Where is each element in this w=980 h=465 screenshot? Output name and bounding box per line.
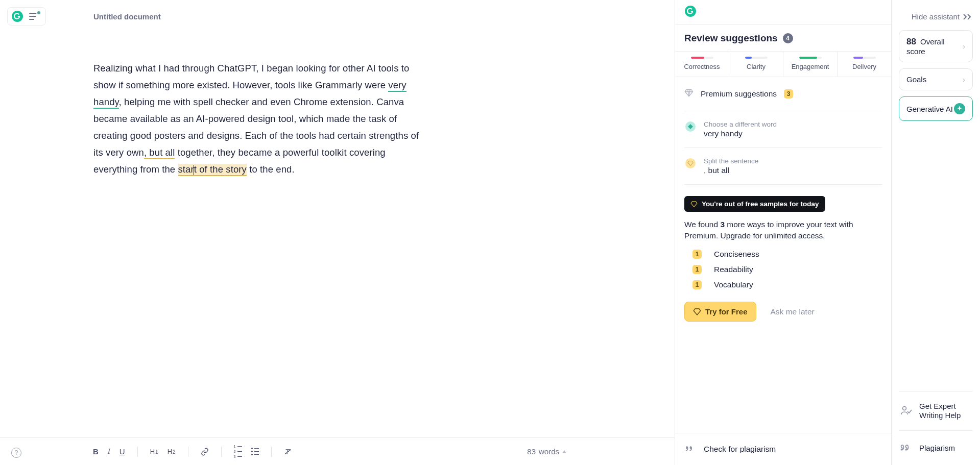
document-body[interactable]: Realizing what I had through ChatGPT, I … xyxy=(93,60,420,178)
doc-text-segment: Realizing what I had through ChatGPT, I … xyxy=(93,63,409,90)
expert-line1: Get Expert xyxy=(919,402,961,411)
toolbar-separator xyxy=(188,447,188,457)
clear-format-button[interactable] xyxy=(284,448,292,456)
svg-point-1 xyxy=(685,6,696,17)
doc-text-segment: to the end. xyxy=(247,164,295,175)
tab-correctness[interactable]: Correctness xyxy=(675,52,729,77)
sparkle-icon xyxy=(954,103,965,114)
word-count[interactable]: 83 words xyxy=(527,447,566,456)
link-button[interactable] xyxy=(201,448,209,456)
plagiarism-link[interactable]: Plagiarism xyxy=(899,431,973,465)
suggestion-hint: Choose a different word xyxy=(704,120,777,128)
bold-button[interactable]: B xyxy=(93,447,99,456)
suggestions-count-badge: 4 xyxy=(783,33,793,43)
word-count-label: words xyxy=(539,447,559,456)
upsell-label: Vocabulary xyxy=(714,280,753,289)
document-canvas[interactable]: Untitled document Realizing what I had t… xyxy=(0,0,675,437)
upsell-item: 1 Conciseness xyxy=(692,250,882,259)
samples-exhausted-chip: You're out of free samples for today xyxy=(684,196,825,212)
upsell-list: 1 Conciseness 1 Readability 1 Vocabulary xyxy=(692,250,882,289)
overall-score-card[interactable]: 88 Overall score › xyxy=(899,30,973,62)
upsell-count-badge: 1 xyxy=(692,280,702,289)
quotes-icon xyxy=(684,444,694,455)
tab-delivery[interactable]: Delivery xyxy=(838,52,891,77)
genai-label: Generative AI xyxy=(906,105,953,113)
suggestions-panel: Review suggestions 4 Correctness Clarity… xyxy=(675,0,892,465)
diamond-icon xyxy=(685,158,696,168)
upsell-count-badge: 1 xyxy=(692,265,702,274)
outline-toggle-icon[interactable] xyxy=(29,12,40,20)
upsell-item: 1 Readability xyxy=(692,265,882,274)
triangle-up-icon xyxy=(562,450,566,453)
category-tabs: Correctness Clarity Engagement Delivery xyxy=(675,51,891,77)
generative-ai-card[interactable]: Generative AI xyxy=(899,96,973,121)
bulleted-list-button[interactable] xyxy=(251,448,259,455)
upsell-label: Readability xyxy=(714,265,753,274)
plagiarism-label: Plagiarism xyxy=(919,444,955,452)
try-button-label: Try for Free xyxy=(705,307,748,316)
tab-clarity[interactable]: Clarity xyxy=(729,52,783,77)
h2-button[interactable]: H2 xyxy=(168,448,176,455)
check-plagiarism-row[interactable]: Check for plagiarism xyxy=(675,433,891,465)
suggestion-item[interactable]: Split the sentence , but all xyxy=(684,148,882,184)
suggestion-item[interactable]: Choose a different word very handy xyxy=(684,111,882,148)
expert-help-icon xyxy=(900,404,912,418)
suggestions-heading: Review suggestions 4 xyxy=(675,25,891,51)
toolbar-separator xyxy=(271,447,272,457)
suggestions-title: Review suggestions xyxy=(684,33,778,44)
try-for-free-button[interactable]: Try for Free xyxy=(684,302,756,322)
svg-point-2 xyxy=(903,406,906,410)
toolbar-separator xyxy=(221,447,222,457)
underline-button[interactable]: U xyxy=(119,447,125,456)
toolbar-separator xyxy=(137,447,138,457)
expert-help-link[interactable]: Get Expert Writing Help xyxy=(899,391,973,430)
upsell-count-badge: 1 xyxy=(692,250,702,259)
suggestion-hint: Split the sentence xyxy=(704,157,758,165)
samples-chip-text: You're out of free samples for today xyxy=(702,200,819,208)
suggestion-category-icon xyxy=(685,121,696,132)
grammarly-logo-icon[interactable] xyxy=(684,5,697,19)
plagiarism-label: Check for plagiarism xyxy=(704,445,776,454)
svg-point-0 xyxy=(12,11,23,22)
ask-later-link[interactable]: Ask me later xyxy=(771,307,815,316)
h1-button[interactable]: H1 xyxy=(150,448,158,455)
doc-underline-premium[interactable]: , but all xyxy=(144,147,175,159)
hide-assistant-button[interactable]: Hide assistant xyxy=(899,0,973,30)
chevron-double-right-icon xyxy=(963,13,973,20)
chevron-right-icon: › xyxy=(963,42,965,51)
tab-engagement[interactable]: Engagement xyxy=(783,52,838,77)
hide-assistant-label: Hide assistant xyxy=(912,12,960,21)
suggestion-text: , but all xyxy=(704,166,758,175)
editor-pane: Untitled document Realizing what I had t… xyxy=(0,0,675,465)
chevron-right-icon: › xyxy=(963,75,965,84)
right-rail: Hide assistant 88 Overall score › Goals … xyxy=(892,0,980,465)
grammarly-logo-icon[interactable] xyxy=(11,10,24,23)
goals-card[interactable]: Goals › xyxy=(899,68,973,90)
goals-label: Goals xyxy=(906,75,926,84)
premium-count-badge: 3 xyxy=(784,89,793,99)
premium-suggestions-header[interactable]: Premium suggestions 3 xyxy=(684,77,882,111)
quotes-icon xyxy=(900,441,912,455)
diamond-icon xyxy=(684,88,694,100)
premium-suggestions-label: Premium suggestions xyxy=(701,89,777,99)
numbered-list-button[interactable]: 123 xyxy=(234,445,242,458)
suggestion-text: very handy xyxy=(704,129,777,138)
editor-toolbar: ? B I U H1 H2 123 xyxy=(0,437,675,465)
doc-highlight-premium[interactable]: start of the story xyxy=(178,164,247,176)
score-number: 88 xyxy=(906,37,916,46)
upsell-item: 1 Vocabulary xyxy=(692,280,882,289)
word-count-number: 83 xyxy=(527,447,536,456)
expert-line2: Writing Help xyxy=(919,411,961,420)
help-icon[interactable]: ? xyxy=(11,448,21,458)
italic-button[interactable]: I xyxy=(108,447,110,456)
upsell-message: We found 3 more ways to improve your tex… xyxy=(684,219,882,241)
editor-top-controls xyxy=(7,7,46,26)
document-title[interactable]: Untitled document xyxy=(93,12,420,21)
upsell-label: Conciseness xyxy=(714,250,759,259)
